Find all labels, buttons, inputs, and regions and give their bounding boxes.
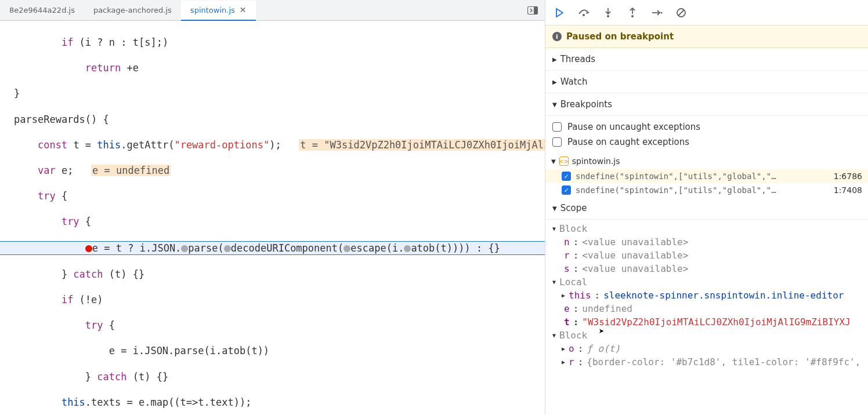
paused-banner: i Paused on breakpoint xyxy=(545,26,868,48)
step-into-button[interactable] xyxy=(601,6,615,20)
checkbox[interactable]: ✓ xyxy=(562,185,571,195)
watch-section[interactable]: ▶Watch xyxy=(545,71,868,93)
file-name: spintowin.js xyxy=(572,156,620,166)
chevron-down-icon: ▼ xyxy=(552,101,557,108)
scope-variable[interactable]: e: undefined xyxy=(545,302,868,315)
chevron-right-icon: ▶ xyxy=(562,292,565,298)
option-label: Pause on caught exceptions xyxy=(567,137,689,147)
section-label: Scope xyxy=(560,203,587,213)
pause-caught-option[interactable]: Pause on caught exceptions xyxy=(552,134,861,150)
scope-variable[interactable]: t: "W3sid2VpZ2h0IjoiMTAiLCJ0ZXh0IjoiMjAl… xyxy=(545,315,868,329)
scope-group-label: Block xyxy=(559,330,587,341)
scope-variable[interactable]: n: <value unavailable> xyxy=(545,235,868,249)
step-out-button[interactable] xyxy=(625,6,639,20)
close-icon[interactable]: ✕ xyxy=(240,5,247,14)
scope-group[interactable]: ▼Block xyxy=(545,222,868,235)
scope-group-label: Local xyxy=(559,276,587,287)
breakpoints-section[interactable]: ▼Breakpoints xyxy=(545,93,868,116)
scope-variable[interactable]: s: <value unavailable> xyxy=(545,262,868,275)
scope-variable[interactable]: ▶this: sleeknote-spinner.snspintowin.inl… xyxy=(545,289,868,302)
chevron-right-icon: ▶ xyxy=(562,345,565,352)
step-over-button[interactable] xyxy=(577,6,591,20)
current-execution-line: e = t ? i.JSON.parse(decodeURIComponent(… xyxy=(0,241,545,255)
breakpoint-line: 1:6786 xyxy=(829,172,862,181)
tab-label: 8e2e9644a22d.js xyxy=(9,6,75,14)
checkbox[interactable]: ✓ xyxy=(562,172,571,181)
step-button[interactable] xyxy=(650,6,664,20)
pause-uncaught-option[interactable]: Pause on uncaught exceptions xyxy=(552,119,861,134)
info-icon: i xyxy=(552,32,562,41)
paused-label: Paused on breakpoint xyxy=(566,31,674,42)
scope-variable[interactable]: ▶r: {border-color: '#b7c1d8', tile1-colo… xyxy=(545,355,868,369)
chevron-down-icon: ▼ xyxy=(552,225,556,232)
tab-file-0[interactable]: 8e2e9644a22d.js xyxy=(0,0,84,20)
breakpoint-icon[interactable] xyxy=(85,245,92,252)
section-label: Breakpoints xyxy=(560,99,612,110)
tab-label: spintowin.js xyxy=(190,6,235,14)
resume-button[interactable] xyxy=(552,6,566,20)
breakpoint-code: sndefine("spintowin",["utils","global","… xyxy=(576,185,824,195)
breakpoint-code: sndefine("spintowin",["utils","global","… xyxy=(576,172,824,181)
svg-rect-1 xyxy=(534,7,537,14)
chevron-down-icon: ▼ xyxy=(552,279,556,285)
threads-section[interactable]: ▶Threads xyxy=(545,48,868,71)
tab-label: package-anchored.js xyxy=(93,6,172,14)
breakpoint-file[interactable]: ▼ <> spintowin.js xyxy=(545,153,868,169)
scope-block: ▼Block n: <value unavailable> r: <value … xyxy=(545,220,868,371)
deactivate-breakpoints-button[interactable] xyxy=(674,6,688,20)
scope-section[interactable]: ▼Scope xyxy=(545,197,868,220)
svg-point-3 xyxy=(607,15,609,17)
file-icon: <> xyxy=(559,156,569,166)
scope-group[interactable]: ▼Block xyxy=(545,329,868,342)
scope-group-label: Block xyxy=(559,223,587,234)
scope-group[interactable]: ▼Local xyxy=(545,275,868,289)
checkbox[interactable] xyxy=(552,137,562,147)
chevron-right-icon: ▶ xyxy=(552,79,557,85)
breakpoint-item[interactable]: ✓ sndefine("spintowin",["utils","global"… xyxy=(545,169,868,183)
tab-file-1[interactable]: package-anchored.js xyxy=(84,0,181,20)
scope-variable[interactable]: r: <value unavailable> xyxy=(545,249,868,262)
svg-point-2 xyxy=(583,14,585,16)
option-label: Pause on uncaught exceptions xyxy=(567,122,700,132)
breakpoint-line: 1:7408 xyxy=(829,185,862,195)
inline-value: t = "W3sid2VpZ2h0IjoiMTAiLCJ0ZXh0IjoiMjA… xyxy=(299,139,545,151)
scope-variable[interactable]: ▶o: ƒ o(t) xyxy=(545,342,868,355)
show-navigator-icon[interactable] xyxy=(527,6,538,14)
editor-tabs: 8e2e9644a22d.js package-anchored.js spin… xyxy=(0,0,545,21)
code-editor[interactable]: if (i ? n : t[s];) return +e } parseRewa… xyxy=(0,21,545,415)
inline-value: e = undefined xyxy=(91,165,171,176)
debug-toolbar xyxy=(545,0,868,26)
section-label: Threads xyxy=(560,54,595,64)
chevron-right-icon: ▶ xyxy=(562,359,565,365)
checkbox[interactable] xyxy=(552,122,562,132)
editor-panel: 8e2e9644a22d.js package-anchored.js spin… xyxy=(0,0,545,415)
chevron-right-icon: ▶ xyxy=(552,56,557,63)
svg-point-5 xyxy=(661,12,663,13)
tab-file-2[interactable]: spintowin.js✕ xyxy=(181,1,256,21)
svg-point-4 xyxy=(631,15,634,17)
cursor-icon: ➤ xyxy=(599,326,605,337)
breakpoint-options: Pause on uncaught exceptions Pause on ca… xyxy=(545,116,868,153)
section-label: Watch xyxy=(560,77,588,87)
breakpoint-item[interactable]: ✓ sndefine("spintowin",["utils","global"… xyxy=(545,183,868,197)
chevron-down-icon: ▼ xyxy=(552,205,557,212)
debugger-panel: i Paused on breakpoint ▶Threads ▶Watch ▼… xyxy=(545,0,868,415)
chevron-down-icon: ▼ xyxy=(552,332,556,338)
chevron-down-icon: ▼ xyxy=(551,158,556,165)
